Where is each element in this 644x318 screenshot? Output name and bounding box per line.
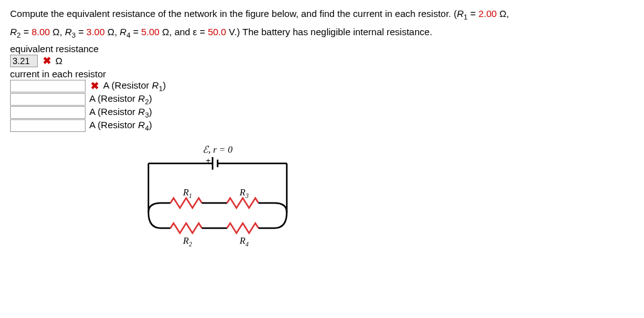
current-unit-r1: A (Resistor R1) <box>103 80 166 92</box>
current-row-r3: A (Resistor R3) <box>10 106 634 119</box>
current-unit-r2: A (Resistor R2) <box>89 93 152 106</box>
current-input-r4[interactable] <box>10 119 86 132</box>
R3-sym: R <box>65 26 72 37</box>
equivalent-resistance-row: ✖ Ω <box>10 55 634 67</box>
circuit-diagram: ℰ, r = 0 + R1 R3 R2 R4 <box>136 143 299 271</box>
current-label: current in each resistor <box>10 69 634 79</box>
R4-sym: R <box>119 26 126 37</box>
current-input-r3[interactable] <box>10 106 86 119</box>
R1-sym: R <box>457 8 464 19</box>
emf-label: ℰ, r = 0 <box>203 145 233 155</box>
resistor-r2-icon <box>170 223 202 233</box>
R3-val: 3.00 <box>86 26 104 37</box>
R1-val: 2.00 <box>479 8 497 19</box>
current-unit-r4: A (Resistor R4) <box>89 119 152 132</box>
r1-label: R1 <box>182 187 192 199</box>
resistor-r3-icon <box>227 198 258 208</box>
current-row-r2: A (Resistor R2) <box>10 93 634 106</box>
equivalent-resistance-input[interactable] <box>10 55 38 67</box>
eq1: = <box>468 8 479 19</box>
R2-sym: R <box>10 26 17 37</box>
current-input-r2[interactable] <box>10 93 86 106</box>
resistor-r1-icon <box>170 198 202 208</box>
problem-statement: Compute the equivalent resistance of the… <box>10 5 634 42</box>
current-unit-r3: A (Resistor R3) <box>89 106 152 119</box>
R4-val: 5.00 <box>142 26 160 37</box>
u1: Ω, <box>497 8 509 19</box>
r3-label: R3 <box>239 187 248 199</box>
current-input-r1[interactable] <box>10 80 86 92</box>
resistor-r4-icon <box>227 223 258 233</box>
R2-val: 8.00 <box>31 26 50 37</box>
equivalent-resistance-unit: Ω <box>55 55 62 66</box>
incorrect-icon: ✖ <box>89 80 99 92</box>
incorrect-icon: ✖ <box>42 55 52 67</box>
equivalent-resistance-label: equivalent resistance <box>10 43 634 54</box>
problem-line1-a: Compute the equivalent resistance of the… <box>10 8 457 19</box>
r2-label: R2 <box>182 236 192 248</box>
emf-val: 50.0 <box>208 26 226 37</box>
current-row-r1: ✖ A (Resistor R1) <box>10 80 634 92</box>
r4-label: R4 <box>239 236 248 248</box>
current-row-r4: A (Resistor R4) <box>10 119 634 132</box>
